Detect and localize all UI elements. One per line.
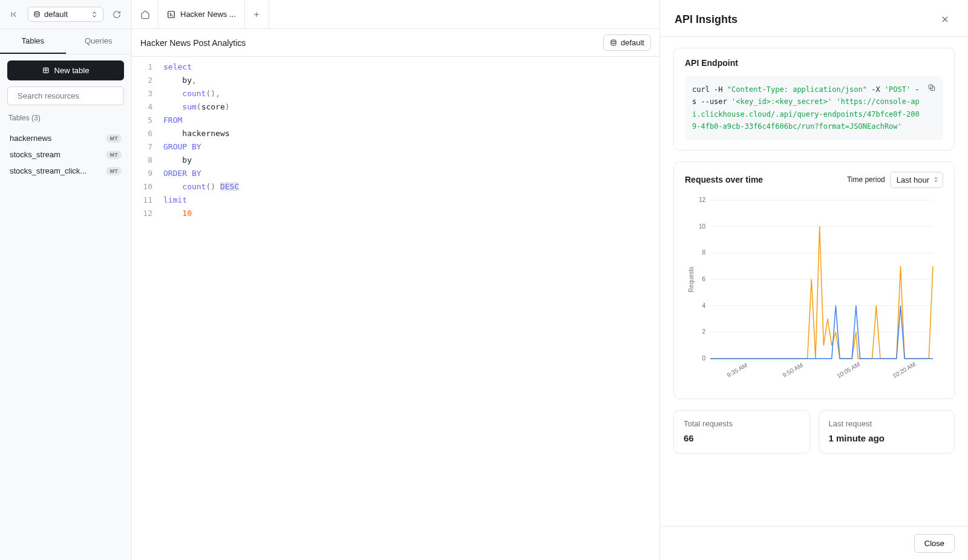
tables-list: hackernewsMTstocks_streamMTstocks_stream… [7,131,124,178]
total-requests-label: Total requests [684,419,800,428]
close-icon [940,15,950,24]
svg-text:10: 10 [699,223,706,229]
search-resources[interactable] [7,86,124,105]
table-name: stocks_stream [10,150,106,159]
code-area[interactable]: select by, count(), sum(score)FROM hacke… [159,57,659,560]
svg-text:4: 4 [702,302,705,308]
table-badge: MT [106,167,122,175]
chevron-left-icon [10,10,19,19]
table-name: stocks_stream_click... [10,166,106,175]
total-requests-value: 66 [684,433,800,443]
line-gutter: 123456789101112 [132,57,159,560]
total-requests-card: Total requests 66 [673,410,810,454]
refresh-button[interactable] [108,6,125,23]
line-chart-svg: 024681012Requests9:35 AM9:50 AM10:05 AM1… [685,195,939,389]
chart-header: Requests over time Time period Last hour [685,172,943,188]
curl-snippet: curl -H "Content-Type: application/json"… [685,76,943,140]
stats-row: Total requests 66 Last request 1 minute … [673,410,955,454]
flyout-close-x[interactable] [937,11,953,28]
plus-icon [252,10,261,19]
sidebar-body: New table Tables (3) hackernewsMTstocks_… [0,54,131,184]
api-endpoint-card: API Endpoint curl -H "Content-Type: appl… [673,48,955,151]
last-request-value: 1 minute ago [829,433,945,443]
sidebar-topbar: default [0,0,131,29]
flyout-header: API Insights [660,0,968,37]
svg-text:0: 0 [702,355,705,362]
database-selector-label: default [44,10,68,19]
table-badge: MT [106,134,122,143]
add-tab-button[interactable] [245,0,269,28]
svg-text:8: 8 [702,249,705,256]
svg-text:10:20 AM: 10:20 AM [891,360,917,379]
flyout-title: API Insights [675,13,737,26]
new-table-label: New table [54,66,90,75]
api-insights-flyout: API Insights API Endpoint curl -H "Conte… [659,0,968,560]
database-selector[interactable]: default [28,7,103,22]
svg-text:9:50 AM: 9:50 AM [782,362,804,379]
last-request-card: Last request 1 minute ago [819,410,955,454]
editor-subheader: Hacker News Post Analytics default [132,29,659,57]
editor-area: Hacker News ... Hacker News Post Analyti… [132,0,659,560]
collapse-sidebar-button[interactable] [6,6,23,23]
svg-text:2: 2 [702,328,705,335]
sidebar-tabs: Tables Queries [0,29,131,54]
chart-title: Requests over time [685,175,763,184]
table-row[interactable]: stocks_streamMT [7,147,124,162]
last-request-label: Last request [829,419,945,428]
copy-curl-button[interactable] [925,81,938,94]
new-table-button[interactable]: New table [7,60,124,80]
query-icon [167,10,175,19]
table-plus-icon [42,67,51,75]
svg-text:9:35 AM: 9:35 AM [726,362,748,379]
query-title: Hacker News Post Analytics [140,38,246,48]
table-row[interactable]: hackernewsMT [7,131,124,146]
flyout-body: API Endpoint curl -H "Content-Type: appl… [660,37,968,526]
copy-icon [927,83,936,92]
table-badge: MT [106,151,122,159]
chevron-up-down-icon [933,177,939,183]
time-period-select[interactable]: Last hour [890,172,943,188]
svg-point-1 [34,11,39,13]
time-period-label: Time period [847,175,885,184]
editor-db-chip[interactable]: default [603,34,651,51]
editor-db-label: default [621,38,644,47]
flyout-footer: Close [660,526,968,560]
database-icon [610,39,617,47]
database-icon [33,11,41,18]
sidebar-tab-queries[interactable]: Queries [66,29,132,54]
api-endpoint-title: API Endpoint [685,58,943,68]
tables-count-label: Tables (3) [7,111,124,125]
tab-bar: Hacker News ... [132,0,659,29]
sql-editor[interactable]: 123456789101112 select by, count(), sum(… [132,57,659,560]
search-input[interactable] [16,91,120,101]
svg-text:12: 12 [699,197,706,203]
curl-text: curl -H "Content-Type: application/json"… [692,85,920,131]
refresh-icon [113,10,121,19]
chevron-up-down-icon [91,11,98,18]
file-tab-label: Hacker News ... [180,10,236,19]
table-name: hackernews [10,134,106,143]
sidebar-tab-tables[interactable]: Tables [0,29,66,54]
svg-text:Requests: Requests [688,266,695,291]
svg-text:6: 6 [702,276,705,282]
requests-chart-card: Requests over time Time period Last hour… [673,161,955,399]
svg-text:10:05 AM: 10:05 AM [836,360,861,379]
close-button[interactable]: Close [914,534,955,553]
sidebar: default Tables Queries New table Tables … [0,0,132,560]
file-tab[interactable]: Hacker News ... [159,0,245,28]
time-period-value: Last hour [897,175,929,184]
svg-point-11 [611,40,616,42]
home-icon [140,10,150,19]
requests-chart: 024681012Requests9:35 AM9:50 AM10:05 AM1… [685,195,943,389]
table-row[interactable]: stocks_stream_click...MT [7,163,124,178]
home-tab[interactable] [132,0,159,28]
